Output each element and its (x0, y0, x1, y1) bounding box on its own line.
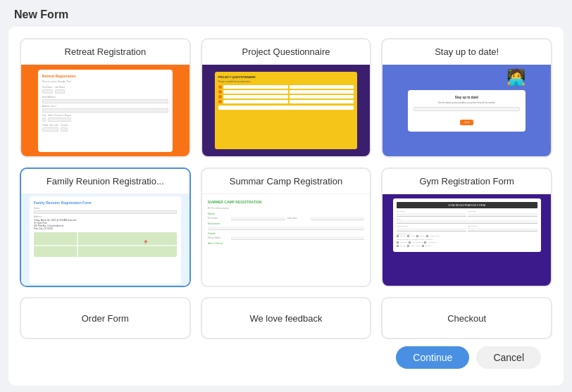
retreat-form-preview: Retreat Registration Here is some Sample… (38, 70, 173, 152)
cancel-button[interactable]: Cancel (476, 346, 541, 369)
project-row-4 (218, 100, 354, 103)
card-family-reunion[interactable]: Family Reunion Registratio... Family Reu… (20, 167, 191, 287)
summer-section-nickname: Nickname (208, 222, 365, 225)
summer-section-grade: Grade (208, 232, 365, 235)
stayup-email-input (414, 107, 520, 111)
page-title: New Form (14, 8, 68, 20)
retreat-field-row-1: First Name Last Name (42, 86, 168, 94)
retreat-field-row-4: Postal / Zip Code Country (42, 124, 168, 132)
footer-actions: Continue Cancel (20, 339, 552, 374)
summer-mini-sub: Hi! Fill in below section (208, 207, 365, 210)
summer-field-grade: Please Select (208, 236, 365, 240)
card-preview-stayup: 🧑‍💻 Stay up to date! Get the latest prod… (383, 65, 551, 156)
card-preview-gym: GYM REGISTRATION FORM First Name Last Na… (383, 194, 551, 286)
card-label-gym: Gym Registration Form (383, 169, 551, 194)
retreat-field-zip: Postal / Zip Code (42, 124, 58, 132)
retreat-mini-sub: Here is some Sample Text (42, 80, 168, 83)
retreat-field-row-3: City State / Province / Region (42, 114, 168, 122)
card-preview-summer: SUMMER CAMP REGISTRATION Hi! Fill in bel… (202, 194, 371, 286)
map-pin-icon: 📍 (143, 240, 148, 245)
retreat-field-firstname: First Name (42, 86, 53, 94)
project-mini-sub: Please complete the questionnaire (218, 80, 354, 83)
retreat-field-address (42, 108, 168, 113)
retreat-field-city: City (42, 114, 46, 122)
card-gym-registration[interactable]: Gym Registration Form GYM REGISTRATION F… (381, 167, 552, 287)
card-preview-retreat: Retreat Registration Here is some Sample… (21, 65, 189, 156)
project-row-2 (218, 90, 354, 94)
bottom-card-grid: Order Form We love feedback Checkout (20, 297, 552, 339)
card-label-feedback: We love feedback (249, 313, 322, 324)
card-summer-camp[interactable]: Summar Camp Registration SUMMER CAMP REG… (201, 167, 372, 287)
project-inner-card: PROJECT QUESTIONNAIRE Please complete th… (215, 72, 358, 150)
stayup-subscribe-btn: Send (460, 120, 473, 125)
summer-field-nickname (208, 227, 365, 230)
card-stay-up-to-date[interactable]: Stay up to date! 🧑‍💻 Stay up to date! Ge… (381, 38, 552, 158)
project-text-area (218, 106, 354, 110)
gym-row-phone: Mobile Number Date of Birth (397, 225, 537, 232)
main-container: Retreat Registration Retreat Registratio… (8, 27, 564, 386)
retreat-field-email (42, 99, 168, 103)
summer-name-school: Name of School (208, 242, 365, 245)
page-header: New Form (0, 0, 572, 27)
card-label-summer: Summar Camp Registration (202, 169, 371, 194)
stayup-inner-box: Stay up to date! Get the latest product … (408, 90, 526, 132)
card-label-checkout: Checkout (447, 313, 486, 324)
retreat-field-country: Country (61, 124, 68, 132)
family-map: 📍 (34, 232, 177, 257)
gym-membership: Membership Type Student Adult Senior Und… (397, 233, 537, 238)
family-field-address: Address Friday, March 5th, 2021 @ 9:00 A… (34, 215, 177, 230)
card-label-retreat: Retreat Registration (21, 39, 189, 65)
card-preview-project: PROJECT QUESTIONNAIRE Please complete th… (202, 65, 371, 156)
card-preview-family: Family Reunion Registration Form Dates A… (21, 194, 189, 286)
summer-mini-title: SUMMER CAMP REGISTRATION (208, 200, 365, 204)
retreat-field-email-wrap: Email Address (42, 96, 168, 103)
gym-mini-header: GYM REGISTRATION FORM (397, 202, 537, 208)
retreat-field-address-wrap: Address Line 1 (42, 105, 168, 113)
card-project-questionnaire[interactable]: Project Questionnaire PROJECT QUESTIONNA… (201, 38, 372, 158)
family-inner-form: Family Reunion Registration Form Dates A… (30, 196, 181, 284)
card-retreat-registration[interactable]: Retreat Registration Retreat Registratio… (20, 38, 191, 158)
retreat-field-lastname: Last Name (55, 86, 66, 94)
gym-row-1: First Name Last Name (397, 210, 537, 217)
card-label-project: Project Questionnaire (202, 39, 371, 65)
gym-inner-form: GYM REGISTRATION FORM First Name Last Na… (393, 198, 541, 252)
stayup-mini-title: Stay up to date! (414, 96, 520, 99)
retreat-field-state: State / Province / Region (48, 114, 71, 122)
card-label-family: Family Reunion Registratio... (21, 169, 189, 194)
gym-fitness: Please indicate any existing medical con… (397, 239, 537, 247)
family-field-date: Dates (34, 207, 177, 214)
family-mini-title: Family Reunion Registration Form (34, 201, 177, 205)
stayup-person-icon: 🧑‍💻 (506, 68, 526, 87)
project-row-3 (218, 95, 354, 99)
card-we-love-feedback[interactable]: We love feedback (201, 297, 372, 339)
summer-section-name: Name (208, 212, 365, 215)
retreat-mini-title: Retreat Registration (42, 74, 168, 78)
continue-button[interactable]: Continue (396, 346, 469, 369)
summer-field-first: First name Last name (208, 217, 365, 220)
project-row-1 (218, 85, 354, 89)
template-grid: Retreat Registration Retreat Registratio… (20, 38, 552, 287)
project-mini-title: PROJECT QUESTIONNAIRE (218, 75, 354, 79)
card-checkout[interactable]: Checkout (381, 297, 552, 339)
stayup-mini-text: Get the latest product updates every tim… (414, 101, 520, 104)
page-wrapper: New Form Retreat Registration Retreat Re… (0, 0, 572, 386)
card-order-form[interactable]: Order Form (20, 297, 191, 339)
card-label-stayup: Stay up to date! (383, 39, 551, 65)
gym-row-email: Email (397, 218, 537, 225)
card-label-order: Order Form (82, 313, 129, 324)
